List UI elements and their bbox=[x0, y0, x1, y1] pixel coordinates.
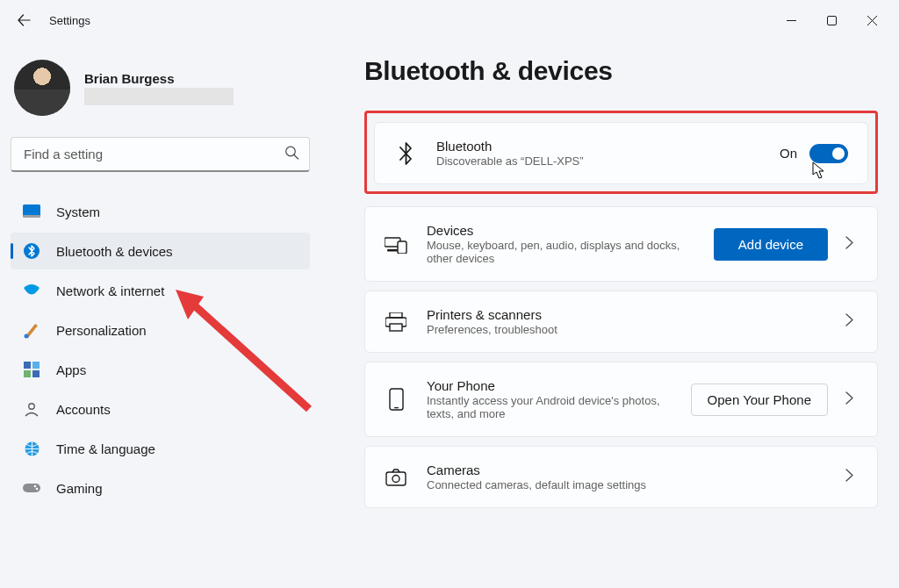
gaming-icon bbox=[23, 479, 40, 497]
card-title: Bluetooth bbox=[436, 139, 760, 154]
close-button[interactable] bbox=[852, 4, 892, 37]
system-icon bbox=[23, 203, 40, 220]
card-title: Devices bbox=[427, 223, 694, 238]
main-content: Bluetooth & devices Bluetooth Discoverab… bbox=[320, 40, 899, 588]
svg-point-5 bbox=[25, 334, 29, 339]
maximize-icon bbox=[827, 16, 837, 25]
title-bar: Settings bbox=[0, 0, 899, 40]
chevron-right-icon bbox=[845, 469, 858, 485]
wifi-icon bbox=[23, 282, 40, 299]
search-input[interactable] bbox=[11, 137, 310, 172]
card-subtitle: Connected cameras, default image setting… bbox=[427, 478, 826, 491]
svg-rect-21 bbox=[390, 389, 403, 410]
card-title: Your Phone bbox=[427, 378, 672, 393]
sidebar-item-label: Bluetooth & devices bbox=[56, 244, 173, 259]
svg-point-14 bbox=[36, 488, 39, 491]
chevron-right-icon bbox=[845, 313, 858, 330]
svg-rect-12 bbox=[23, 484, 40, 492]
camera-icon bbox=[385, 466, 407, 489]
avatar bbox=[14, 60, 70, 116]
bluetooth-card: Bluetooth Discoverable as “DELL-XPS” On bbox=[374, 122, 868, 184]
bluetooth-toggle[interactable] bbox=[809, 144, 848, 163]
minimize-icon bbox=[787, 16, 796, 25]
svg-rect-9 bbox=[32, 370, 40, 377]
svg-rect-18 bbox=[390, 312, 402, 318]
svg-rect-7 bbox=[32, 362, 40, 369]
svg-point-24 bbox=[392, 475, 399, 482]
card-subtitle: Mouse, keyboard, pen, audio, displays an… bbox=[427, 239, 694, 265]
profile-block[interactable]: Brian Burgess bbox=[11, 53, 310, 132]
search-icon bbox=[284, 146, 299, 164]
window-title: Settings bbox=[49, 14, 90, 27]
sidebar-item-personalization[interactable]: Personalization bbox=[11, 312, 310, 348]
svg-point-13 bbox=[34, 485, 37, 488]
sidebar-nav: System Bluetooth & devices Network & int… bbox=[11, 193, 310, 506]
card-subtitle: Instantly access your Android device's p… bbox=[427, 394, 672, 420]
card-subtitle: Discoverable as “DELL-XPS” bbox=[436, 154, 760, 168]
sidebar-item-label: Personalization bbox=[56, 323, 147, 338]
sidebar-item-label: System bbox=[56, 204, 100, 219]
profile-name: Brian Burgess bbox=[84, 71, 234, 86]
devices-icon bbox=[385, 233, 407, 255]
card-title: Printers & scanners bbox=[427, 307, 826, 322]
apps-icon bbox=[23, 361, 40, 378]
bluetooth-icon bbox=[394, 142, 417, 165]
globe-icon bbox=[23, 440, 40, 457]
card-title: Cameras bbox=[427, 463, 826, 477]
maximize-button[interactable] bbox=[811, 4, 852, 37]
minimize-button[interactable] bbox=[771, 4, 811, 37]
sidebar: Brian Burgess System Bluetooth & devices… bbox=[0, 40, 320, 588]
svg-point-10 bbox=[29, 404, 34, 409]
brush-icon bbox=[23, 321, 40, 339]
toggle-state-label: On bbox=[780, 146, 797, 161]
printers-card[interactable]: Printers & scanners Preferences, trouble… bbox=[364, 290, 878, 353]
your-phone-card[interactable]: Your Phone Instantly access your Android… bbox=[364, 362, 878, 437]
sidebar-item-label: Apps bbox=[56, 362, 86, 377]
back-button[interactable] bbox=[7, 4, 40, 37]
sidebar-item-gaming[interactable]: Gaming bbox=[11, 470, 310, 506]
chevron-right-icon bbox=[845, 236, 858, 253]
sidebar-item-accounts[interactable]: Accounts bbox=[11, 391, 310, 427]
annotation-highlight-box: Bluetooth Discoverable as “DELL-XPS” On bbox=[364, 111, 878, 194]
svg-rect-2 bbox=[23, 204, 40, 217]
arrow-left-icon bbox=[17, 13, 31, 27]
svg-rect-17 bbox=[398, 241, 406, 254]
add-device-button[interactable]: Add device bbox=[714, 228, 828, 261]
svg-rect-16 bbox=[387, 249, 398, 252]
sidebar-item-network[interactable]: Network & internet bbox=[11, 272, 310, 309]
svg-rect-6 bbox=[24, 362, 31, 369]
svg-rect-22 bbox=[394, 407, 399, 408]
devices-card[interactable]: Devices Mouse, keyboard, pen, audio, dis… bbox=[364, 206, 878, 282]
svg-rect-0 bbox=[827, 16, 836, 25]
svg-rect-20 bbox=[390, 324, 402, 331]
sidebar-item-apps[interactable]: Apps bbox=[11, 351, 310, 388]
profile-email-redacted bbox=[84, 88, 234, 105]
sidebar-item-label: Gaming bbox=[56, 481, 103, 496]
sidebar-item-bluetooth-devices[interactable]: Bluetooth & devices bbox=[11, 233, 310, 269]
accounts-icon bbox=[23, 400, 40, 418]
card-subtitle: Preferences, troubleshoot bbox=[427, 323, 826, 336]
cursor-icon bbox=[812, 161, 826, 183]
page-title: Bluetooth & devices bbox=[364, 56, 878, 86]
svg-rect-23 bbox=[386, 472, 406, 485]
sidebar-item-time-language[interactable]: Time & language bbox=[11, 430, 310, 467]
sidebar-item-label: Accounts bbox=[56, 402, 111, 417]
svg-rect-3 bbox=[23, 215, 40, 218]
close-icon bbox=[867, 16, 877, 25]
open-your-phone-button[interactable]: Open Your Phone bbox=[691, 384, 828, 416]
sidebar-item-system[interactable]: System bbox=[11, 193, 310, 230]
sidebar-item-label: Network & internet bbox=[56, 283, 164, 298]
sidebar-item-label: Time & language bbox=[56, 441, 155, 456]
chevron-right-icon bbox=[845, 391, 858, 408]
phone-icon bbox=[385, 388, 407, 411]
printer-icon bbox=[385, 311, 407, 333]
cameras-card[interactable]: Cameras Connected cameras, default image… bbox=[364, 446, 878, 508]
svg-rect-8 bbox=[24, 370, 31, 377]
bluetooth-icon bbox=[23, 242, 40, 260]
